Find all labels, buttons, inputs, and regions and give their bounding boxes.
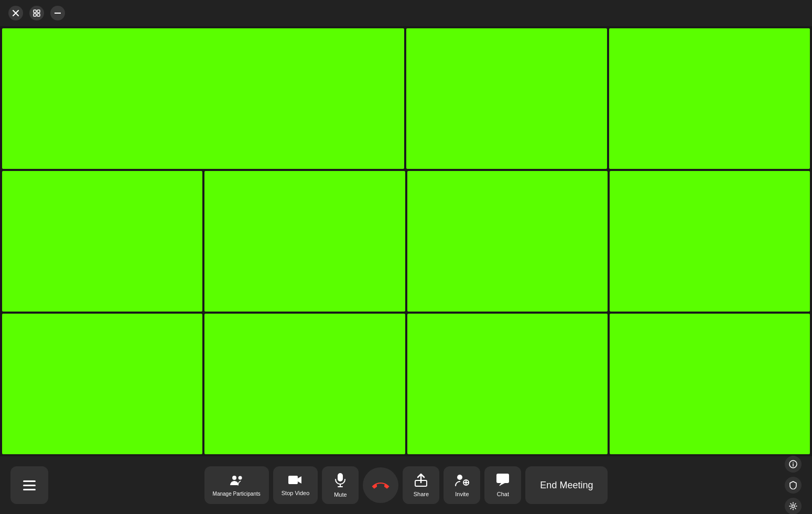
svg-rect-7 [338,473,343,481]
chat-icon [496,473,510,489]
svg-rect-3 [37,14,40,16]
participants-icon [229,474,244,488]
shield-button[interactable] [785,477,802,494]
minimize-button[interactable] [50,6,65,20]
video-cell [406,28,607,169]
end-meeting-button[interactable]: End Meeting [525,466,608,504]
mute-icon [334,473,346,489]
video-icon [288,474,303,488]
layout-button[interactable] [29,6,44,20]
svg-point-11 [457,475,462,480]
video-cell [204,171,405,312]
svg-point-19 [792,505,795,508]
chat-button[interactable]: Chat [484,466,521,504]
video-cell [204,314,405,454]
close-button[interactable] [8,6,23,20]
share-icon [415,473,427,489]
video-row-2 [2,171,810,312]
svg-rect-1 [37,10,40,13]
info-button[interactable] [785,456,802,473]
stop-video-button[interactable]: Stop Video [273,466,318,504]
svg-rect-15 [496,474,509,483]
video-cell [407,171,608,312]
video-cell [610,171,810,312]
svg-rect-6 [289,476,298,484]
video-cell [609,28,810,169]
toolbar-left [10,466,48,504]
share-label: Share [414,491,429,497]
gear-button[interactable] [785,498,802,514]
svg-point-18 [793,462,794,463]
share-button[interactable]: Share [403,466,439,504]
toolbar: Manage Participants Stop Video [0,456,812,514]
video-cell [610,314,810,454]
video-cell [2,28,404,169]
settings-area [785,456,802,514]
invite-label: Invite [455,491,469,497]
toolbar-center: Manage Participants Stop Video [204,466,608,504]
mute-button[interactable]: Mute [322,466,359,504]
svg-rect-0 [34,10,36,13]
manage-participants-button[interactable]: Manage Participants [204,466,269,504]
manage-participants-label: Manage Participants [213,490,261,497]
svg-rect-2 [34,14,36,16]
video-row-3 [2,314,810,454]
svg-point-5 [239,476,242,479]
invite-icon [454,473,469,489]
mute-label: Mute [334,491,347,498]
video-cell [407,314,608,454]
hamburger-button[interactable] [10,466,48,504]
title-bar [0,0,812,26]
video-row-1 [2,28,810,169]
video-cell [2,314,202,454]
toolbar-right [785,456,802,514]
invite-button[interactable]: Invite [443,466,480,504]
video-grid [0,26,812,456]
svg-point-4 [232,476,236,480]
end-call-button[interactable] [363,467,398,503]
video-cell [2,171,202,312]
stop-video-label: Stop Video [282,490,310,496]
chat-label: Chat [497,491,509,497]
